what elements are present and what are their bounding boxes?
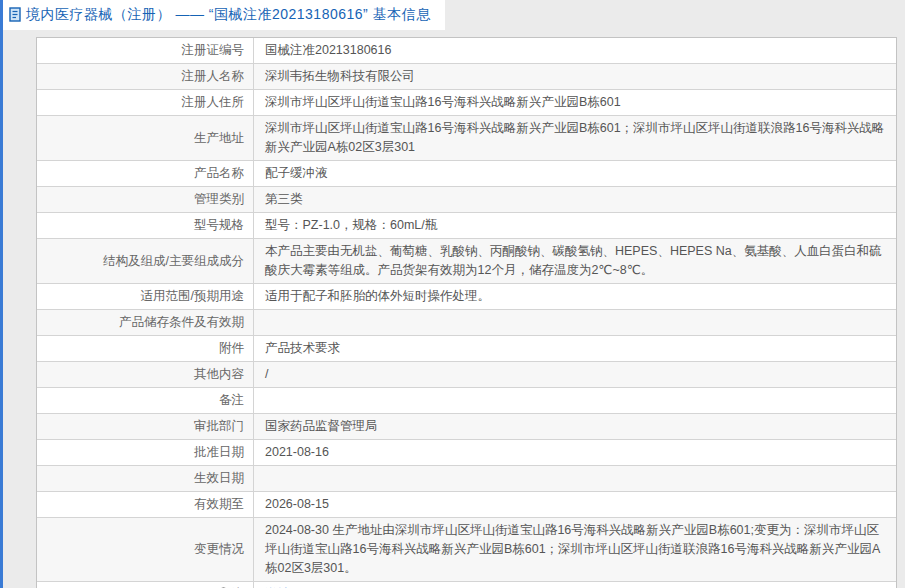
table-row: 有效期至2026-08-15 bbox=[37, 492, 896, 518]
row-value: 型号：PZ-1.0，规格：60mL/瓶 bbox=[254, 213, 896, 238]
table-row: 型号规格型号：PZ-1.0，规格：60mL/瓶 bbox=[37, 213, 896, 239]
row-label: 型号规格 bbox=[37, 213, 254, 238]
row-value: 适用于配子和胚胎的体外短时操作处理。 bbox=[254, 284, 896, 309]
row-label: 审批部门 bbox=[37, 414, 254, 439]
row-label-text: 注册人住所 bbox=[182, 94, 245, 111]
row-label-text: 产品名称 bbox=[194, 165, 244, 182]
table-row: 注详情 bbox=[37, 582, 896, 588]
row-value: / bbox=[254, 362, 896, 387]
table-row: 结构及组成/主要组成成分本产品主要由无机盐、葡萄糖、乳酸钠、丙酮酸钠、碳酸氢钠、… bbox=[37, 239, 896, 284]
table-row: 备注 bbox=[37, 388, 896, 414]
row-value-text: 国家药品监督管理局 bbox=[265, 417, 378, 436]
row-label-text: 其他内容 bbox=[194, 366, 244, 383]
row-value-text: 2026-08-15 bbox=[265, 495, 329, 514]
row-label: 其他内容 bbox=[37, 362, 254, 387]
row-label: 备注 bbox=[37, 388, 254, 413]
row-label: 注册人名称 bbox=[37, 64, 254, 89]
row-label: 注册人住所 bbox=[37, 90, 254, 115]
row-label-text: 注册证编号 bbox=[182, 42, 245, 59]
row-label: 批准日期 bbox=[37, 440, 254, 465]
row-label: 有效期至 bbox=[37, 492, 254, 517]
row-value-text: 深圳市坪山区坪山街道宝山路16号海科兴战略新兴产业园B栋601 bbox=[265, 93, 621, 112]
row-label: 附件 bbox=[37, 336, 254, 361]
page-left-accent-bar bbox=[0, 0, 3, 588]
row-label-text: 结构及组成/主要组成成分 bbox=[103, 253, 244, 270]
row-value: 深圳市坪山区坪山街道宝山路16号海科兴战略新兴产业园B栋601；深圳市坪山区坪山… bbox=[254, 116, 896, 160]
row-value-text: 深圳市坪山区坪山街道宝山路16号海科兴战略新兴产业园B栋601；深圳市坪山区坪山… bbox=[265, 119, 885, 157]
row-label-text: 变更情况 bbox=[194, 541, 244, 558]
row-value: 详情 bbox=[254, 582, 896, 588]
row-value: 2026-08-15 bbox=[254, 492, 896, 517]
row-label-text: 管理类别 bbox=[194, 191, 244, 208]
table-row: 产品储存条件及有效期 bbox=[37, 310, 896, 336]
row-label-text: 有效期至 bbox=[194, 496, 244, 513]
table-row: 生效日期 bbox=[37, 466, 896, 492]
page-title: 境内医疗器械（注册） —— “国械注准20213180616” 基本信息 bbox=[26, 6, 431, 24]
row-value-text: 适用于配子和胚胎的体外短时操作处理。 bbox=[265, 287, 490, 306]
row-value: 国家药品监督管理局 bbox=[254, 414, 896, 439]
row-value-text: 2021-08-16 bbox=[265, 443, 329, 462]
row-value: 深圳韦拓生物科技有限公司 bbox=[254, 64, 896, 89]
row-label: 注 bbox=[37, 582, 254, 588]
row-label: 生产地址 bbox=[37, 116, 254, 160]
row-label: 结构及组成/主要组成成分 bbox=[37, 239, 254, 283]
table-row: 审批部门国家药品监督管理局 bbox=[37, 414, 896, 440]
row-value-text: 产品技术要求 bbox=[265, 339, 340, 358]
table-row: 注册证编号国械注准20213180616 bbox=[37, 38, 896, 64]
row-label-text: 批准日期 bbox=[194, 444, 244, 461]
table-row: 生产地址深圳市坪山区坪山街道宝山路16号海科兴战略新兴产业园B栋601；深圳市坪… bbox=[37, 116, 896, 161]
table-row: 管理类别第三类 bbox=[37, 187, 896, 213]
row-label-text: 备注 bbox=[219, 392, 244, 409]
table-row: 注册人名称深圳韦拓生物科技有限公司 bbox=[37, 64, 896, 90]
row-label-text: 产品储存条件及有效期 bbox=[119, 314, 244, 331]
table-row: 变更情况2024-08-30 生产地址由深圳市坪山区坪山街道宝山路16号海科兴战… bbox=[37, 518, 896, 582]
row-value-text: 型号：PZ-1.0，规格：60mL/瓶 bbox=[265, 216, 437, 235]
row-value: 本产品主要由无机盐、葡萄糖、乳酸钠、丙酮酸钠、碳酸氢钠、HEPES、HEPES … bbox=[254, 239, 896, 283]
row-value: 第三类 bbox=[254, 187, 896, 212]
row-label-text: 审批部门 bbox=[194, 418, 244, 435]
table-row: 批准日期2021-08-16 bbox=[37, 440, 896, 466]
row-value bbox=[254, 388, 896, 413]
table-row: 注册人住所深圳市坪山区坪山街道宝山路16号海科兴战略新兴产业园B栋601 bbox=[37, 90, 896, 116]
row-value-text: 配子缓冲液 bbox=[265, 164, 328, 183]
row-value-text: 国械注准20213180616 bbox=[265, 41, 391, 60]
page-header: 境内医疗器械（注册） —— “国械注准20213180616” 基本信息 bbox=[3, 0, 445, 30]
row-label-text: 型号规格 bbox=[194, 217, 244, 234]
row-value: 国械注准20213180616 bbox=[254, 38, 896, 63]
row-label-text: 附件 bbox=[219, 340, 244, 357]
row-value-text: / bbox=[265, 365, 268, 384]
table-row: 产品名称配子缓冲液 bbox=[37, 161, 896, 187]
row-value-text: 深圳韦拓生物科技有限公司 bbox=[265, 67, 415, 86]
row-value: 2024-08-30 生产地址由深圳市坪山区坪山街道宝山路16号海科兴战略新兴产… bbox=[254, 518, 896, 581]
row-label-text: 生效日期 bbox=[194, 470, 244, 487]
row-label: 产品储存条件及有效期 bbox=[37, 310, 254, 335]
registration-info-table: 注册证编号国械注准20213180616注册人名称深圳韦拓生物科技有限公司注册人… bbox=[36, 37, 897, 588]
row-value: 产品技术要求 bbox=[254, 336, 896, 361]
row-value bbox=[254, 466, 896, 491]
row-label: 生效日期 bbox=[37, 466, 254, 491]
row-label-text: 适用范围/预期用途 bbox=[141, 288, 244, 305]
row-value-text: 2024-08-30 生产地址由深圳市坪山区坪山街道宝山路16号海科兴战略新兴产… bbox=[265, 521, 885, 578]
row-label-text: 注册人名称 bbox=[182, 68, 245, 85]
row-label-text: 生产地址 bbox=[194, 130, 244, 147]
row-label: 产品名称 bbox=[37, 161, 254, 186]
row-value: 2021-08-16 bbox=[254, 440, 896, 465]
document-icon bbox=[8, 7, 22, 23]
table-row: 附件产品技术要求 bbox=[37, 336, 896, 362]
row-value: 深圳市坪山区坪山街道宝山路16号海科兴战略新兴产业园B栋601 bbox=[254, 90, 896, 115]
row-label: 适用范围/预期用途 bbox=[37, 284, 254, 309]
row-value: 配子缓冲液 bbox=[254, 161, 896, 186]
row-label: 注册证编号 bbox=[37, 38, 254, 63]
row-label: 变更情况 bbox=[37, 518, 254, 581]
row-value-text: 第三类 bbox=[265, 190, 303, 209]
row-label: 管理类别 bbox=[37, 187, 254, 212]
row-value bbox=[254, 310, 896, 335]
row-value-text: 本产品主要由无机盐、葡萄糖、乳酸钠、丙酮酸钠、碳酸氢钠、HEPES、HEPES … bbox=[265, 242, 885, 280]
table-row: 其他内容/ bbox=[37, 362, 896, 388]
table-row: 适用范围/预期用途适用于配子和胚胎的体外短时操作处理。 bbox=[37, 284, 896, 310]
